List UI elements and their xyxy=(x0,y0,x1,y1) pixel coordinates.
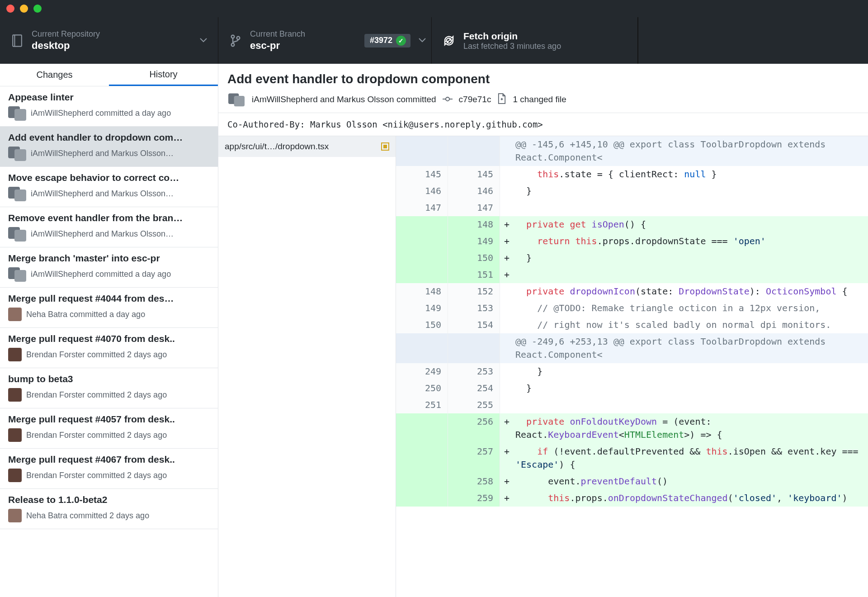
app-toolbar: Current Repository desktop Current Branc… xyxy=(0,17,868,64)
svg-rect-0 xyxy=(13,35,22,46)
gutter-new: 145 xyxy=(448,166,500,183)
commit-item-meta: iAmWillShepherd committed a day ago xyxy=(31,270,171,279)
window-maximize-button[interactable] xyxy=(33,5,42,13)
gutter-old: 145 xyxy=(396,166,448,183)
coauthor-line: Co-Authored-By: Markus Olsson <niik@user… xyxy=(218,113,868,136)
commit-item-meta: iAmWillShepherd and Markus Olsson… xyxy=(31,229,174,239)
gutter-old xyxy=(396,490,448,507)
commit-item-title: Merge pull request #4057 from desk.. xyxy=(8,414,210,425)
diff-line: 151+ xyxy=(396,266,868,283)
commit-list[interactable]: Appease linteriAmWillShepherd committed … xyxy=(0,86,218,597)
gutter-old xyxy=(396,473,448,490)
diff-line: 249253 } xyxy=(396,363,868,380)
diff-code: this.props.onDropdownStateChanged('close… xyxy=(514,490,868,507)
diff-line: 259+ this.props.onDropdownStateChanged('… xyxy=(396,490,868,507)
tab-changes[interactable]: Changes xyxy=(0,64,109,86)
commit-item[interactable]: Release to 1.1.0-beta2Neha Batra committ… xyxy=(0,489,218,529)
gutter-old xyxy=(396,443,448,473)
gutter-old xyxy=(396,233,448,250)
toolbar-spacer xyxy=(638,17,868,64)
diff-code: private get isOpen() { xyxy=(514,216,868,233)
diff-sign xyxy=(500,183,514,199)
gutter-new xyxy=(448,333,500,363)
gutter-old: 251 xyxy=(396,397,448,413)
gutter-new: 254 xyxy=(448,380,500,397)
diff-code: this.state = { clientRect: null } xyxy=(514,166,868,183)
author-avatar xyxy=(8,348,22,361)
sync-icon xyxy=(443,35,455,47)
commit-item-title: Move escape behavior to correct co… xyxy=(8,172,210,183)
author-avatar xyxy=(8,227,26,241)
branch-name: esc-pr xyxy=(250,40,364,52)
gutter-old xyxy=(396,333,448,363)
diff-view[interactable]: @@ -145,6 +145,10 @@ export class Toolba… xyxy=(396,136,868,597)
diff-code: private onFoldoutKeyDown = (event: React… xyxy=(514,413,868,443)
gutter-new: 150 xyxy=(448,250,500,266)
pr-badge[interactable]: #3972 ✓ xyxy=(364,34,410,47)
diff-code: event.preventDefault() xyxy=(514,473,868,490)
window-titlebar xyxy=(0,0,868,17)
author-avatar xyxy=(8,308,22,321)
diff-line: 256+ private onFoldoutKeyDown = (event: … xyxy=(396,413,868,443)
diff-line: 258+ event.preventDefault() xyxy=(396,473,868,490)
gutter-new: 255 xyxy=(448,397,500,413)
commit-item[interactable]: Remove event handler from the bran…iAmWi… xyxy=(0,207,218,247)
diff-code: @@ -145,6 +145,10 @@ export class Toolba… xyxy=(514,136,868,166)
commit-item-meta: Neha Batra committed a day ago xyxy=(26,310,145,319)
branch-dropdown[interactable]: Current Branch esc-pr #3972 ✓ xyxy=(218,17,432,64)
diff-sign xyxy=(500,166,514,183)
file-item[interactable]: app/src/ui/t…/dropdown.tsx xyxy=(218,136,396,157)
gutter-old: 147 xyxy=(396,199,448,216)
fetch-label: Fetch origin xyxy=(463,31,627,42)
diff-line: 150154 // right now it's scaled badly on… xyxy=(396,317,868,333)
commit-item-title: Remove event handler from the bran… xyxy=(8,213,210,223)
gutter-new: 147 xyxy=(448,199,500,216)
commit-item[interactable]: Move escape behavior to correct co…iAmWi… xyxy=(0,167,218,207)
gutter-new: 154 xyxy=(448,317,500,333)
commit-item-meta: Neha Batra committed 2 days ago xyxy=(26,511,149,521)
diff-sign: + xyxy=(500,233,514,250)
commit-item[interactable]: Merge pull request #4044 from des…Neha B… xyxy=(0,288,218,328)
repo-dropdown[interactable]: Current Repository desktop xyxy=(0,17,218,64)
author-avatar xyxy=(8,147,26,160)
diff-line: 257+ if (!event.defaultPrevented && this… xyxy=(396,443,868,473)
gutter-new: 149 xyxy=(448,233,500,250)
commit-item[interactable]: Merge pull request #4057 from desk..Bren… xyxy=(0,408,218,449)
commit-header: Add event handler to dropdown component … xyxy=(218,64,868,113)
commit-item-title: Merge pull request #4067 from desk.. xyxy=(8,454,210,465)
commit-item-title: Merge branch 'master' into esc-pr xyxy=(8,253,210,264)
repo-label: Current Repository xyxy=(32,29,200,39)
repo-name: desktop xyxy=(32,40,200,52)
gutter-old: 149 xyxy=(396,300,448,317)
fetch-button[interactable]: Fetch origin Last fetched 3 minutes ago xyxy=(432,17,638,64)
commit-item[interactable]: Merge branch 'master' into esc-priAmWill… xyxy=(0,247,218,288)
window-minimize-button[interactable] xyxy=(20,5,28,13)
diff-line: 149153 // @TODO: Remake triangle octicon… xyxy=(396,300,868,317)
svg-point-4 xyxy=(237,36,240,39)
commit-item-meta: Brendan Forster committed 2 days ago xyxy=(26,390,167,400)
diff-code: } xyxy=(514,183,868,199)
diff-code: } xyxy=(514,250,868,266)
chevron-down-icon xyxy=(200,37,207,44)
commit-item[interactable]: Appease linteriAmWillShepherd committed … xyxy=(0,86,218,127)
window-close-button[interactable] xyxy=(6,5,14,13)
diff-code xyxy=(514,199,868,216)
diff-sign xyxy=(500,333,514,363)
authors-avatar xyxy=(228,94,245,106)
git-branch-icon xyxy=(229,34,242,47)
author-avatar xyxy=(8,187,26,200)
commit-item-meta: iAmWillShepherd and Markus Olsson… xyxy=(31,149,174,158)
author-avatar xyxy=(8,509,22,522)
commit-item[interactable]: Merge pull request #4070 from desk..Bren… xyxy=(0,328,218,368)
commit-item[interactable]: bump to beta3Brendan Forster committed 2… xyxy=(0,368,218,408)
tab-history[interactable]: History xyxy=(109,64,218,86)
author-avatar xyxy=(8,469,22,482)
svg-point-5 xyxy=(446,97,449,101)
commit-item[interactable]: Add event handler to dropdown com…iAmWil… xyxy=(0,127,218,167)
diff-code: // right now it's scaled badly on normal… xyxy=(514,317,868,333)
sidebar: Changes History Appease linteriAmWillShe… xyxy=(0,64,218,597)
commit-item[interactable]: Merge pull request #4067 from desk..Bren… xyxy=(0,449,218,489)
diff-code: } xyxy=(514,363,868,380)
diff-code: @@ -249,6 +253,13 @@ export class Toolba… xyxy=(514,333,868,363)
commit-title: Add event handler to dropdown component xyxy=(227,72,859,86)
